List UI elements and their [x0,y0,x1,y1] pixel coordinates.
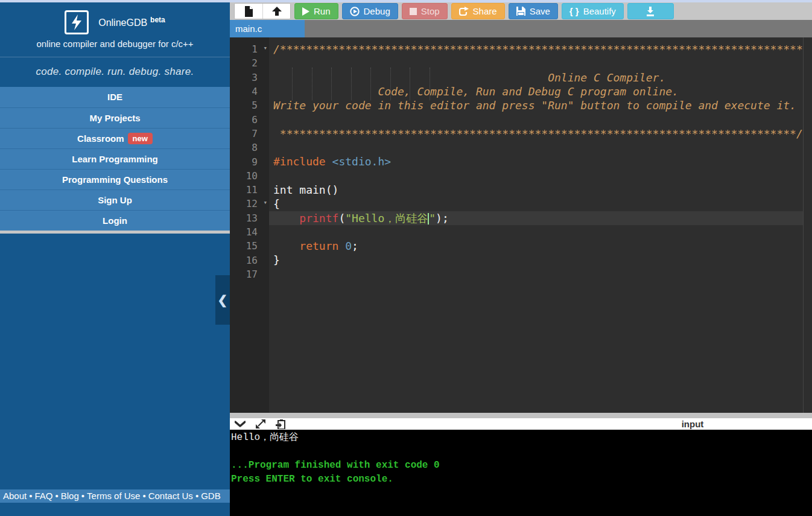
line-number: 4 [230,86,269,97]
tagline-row: code. compile. run. debug. share. [0,57,230,87]
beautify-button[interactable]: { } Beautify [562,3,624,19]
code-line-6[interactable]: 6 [230,112,803,126]
line-number: 7 [230,128,269,139]
input-pane-label: input [682,418,704,430]
file-button-group [234,3,291,19]
code-line-2[interactable]: 2 [230,56,803,70]
sidebar-item-my-projects[interactable]: My Projects [0,107,230,128]
code-line-13[interactable]: 13 printf("Hello，尚硅谷"); [230,211,803,225]
debug-button[interactable]: Debug [342,3,398,19]
line-number: 5 [230,100,269,111]
sidebar-item-classroom[interactable]: Classroomnew [0,128,230,148]
download-icon [645,7,655,16]
beta-badge: beta [150,16,165,24]
open-project-button[interactable] [262,4,290,19]
line-number: 8 [230,142,269,153]
sidebar-item-learn-programming[interactable]: Learn Programming [0,148,230,169]
sidebar-item-programming-questions[interactable]: Programming Questions [0,169,230,190]
main-area: Run Debug Stop Share Save { } Beautify [230,2,812,516]
tab-main-c[interactable]: main.c [230,20,305,37]
tagline: code. compile. run. debug. share. [36,66,194,77]
editor-scrollbar[interactable] [803,37,812,413]
braces-icon: { } [569,6,579,16]
console-output-line [231,445,812,459]
code-line-16[interactable]: 16} [230,253,803,267]
console-output-line: Hello，尚硅谷 [231,431,812,445]
code-line-1[interactable]: 1▾/*************************************… [230,42,803,56]
line-number: 2 [230,57,269,69]
code-line-3[interactable]: 3 Online C Compiler. [230,71,803,84]
expand-console-icon[interactable] [256,419,265,428]
code-line-12[interactable]: 12▾{ [230,197,803,211]
code-line-14[interactable]: 14 [230,225,803,239]
code-line-8[interactable]: 8 [230,141,803,154]
run-button[interactable]: Run [294,3,338,19]
line-number: 9 [230,156,269,168]
console-header: input [230,418,812,430]
footer-links: About•FAQ•Blog•Terms of Use•Contact Us•G… [0,489,230,503]
brand-subtitle: online compiler and debugger for c/c++ [0,39,230,49]
code-line-10[interactable]: 10 [230,169,803,183]
line-number: 6 [230,114,269,126]
footer-link-contact-us[interactable]: Contact Us [148,491,193,501]
sidebar-collapse-button[interactable]: ❮ [215,275,230,325]
console-resize-handle[interactable] [230,413,812,418]
line-number: 10 [230,170,269,182]
line-number: 1▾ [230,43,269,55]
stop-button[interactable]: Stop [402,3,448,19]
toolbar: Run Debug Stop Share Save { } Beautify [230,2,812,20]
brand[interactable]: OnlineGDBbeta online compiler and debugg… [0,2,230,49]
share-button[interactable]: Share [451,3,505,19]
play-icon [302,7,309,16]
floppy-disk-icon [516,7,525,16]
line-number: 11 [230,184,269,196]
code-line-11[interactable]: 11int main() [230,183,803,197]
code-line-9[interactable]: 9#include <stdio.h> [230,154,803,168]
footer-link-gdb[interactable]: GDB [201,491,221,501]
line-number: 16 [230,255,269,266]
line-number: 15 [230,240,269,252]
code-editor[interactable]: 1▾/*************************************… [230,37,812,413]
brand-title: OnlineGDBbeta [98,16,165,28]
tab-bar: main.c [230,20,812,37]
new-file-button[interactable] [235,4,262,19]
new-badge: new [128,133,153,144]
footer-link-about[interactable]: About [3,491,27,501]
sidebar-item-ide[interactable]: IDE [0,87,230,107]
fold-caret-icon[interactable]: ▾ [263,44,267,52]
share-icon [459,7,469,16]
lightning-bolt-icon [65,10,89,34]
footer-link-terms-of-use[interactable]: Terms of Use [87,491,140,501]
sidebar-item-sign-up[interactable]: Sign Up [0,190,230,210]
menu-end-strip [0,231,230,234]
download-button[interactable] [627,3,674,19]
code-line-15[interactable]: 15 return 0; [230,239,803,253]
upload-icon [271,7,282,16]
code-line-4[interactable]: 4 Code, Compile, Run and Debug C program… [230,84,803,98]
code-line-5[interactable]: 5Write your code in this editor and pres… [230,98,803,112]
line-number: 13 [230,212,269,224]
onlinegdb-app: OnlineGDBbeta online compiler and debugg… [0,0,812,516]
footer-link-faq[interactable]: FAQ [34,491,52,501]
fold-caret-icon[interactable]: ▾ [263,199,267,206]
footer-link-blog[interactable]: Blog [61,491,79,501]
sidebar: OnlineGDBbeta online compiler and debugg… [0,2,230,503]
stop-icon [410,8,417,15]
new-file-icon [244,6,253,17]
line-number: 12▾ [230,198,269,209]
code-line-17[interactable]: 17 [230,267,803,281]
sidebar-item-login[interactable]: Login [0,210,230,231]
play-circle-icon [350,7,360,16]
console-status-line: Press ENTER to exit console. [231,473,812,486]
save-button[interactable]: Save [509,3,558,19]
paste-to-console-icon[interactable] [276,419,285,429]
console-output[interactable]: Hello，尚硅谷...Program finished with exit c… [230,430,812,516]
code-line-7[interactable]: 7 **************************************… [230,127,803,141]
editor-lines: 1▾/*************************************… [230,42,803,281]
line-number: 17 [230,269,269,280]
line-number: 3 [230,72,269,83]
collapse-console-icon[interactable] [235,421,246,427]
line-number: 14 [230,226,269,238]
sidebar-menu: IDEMy ProjectsClassroomnewLearn Programm… [0,87,230,231]
console-status-line: ...Program finished with exit code 0 [231,459,812,473]
